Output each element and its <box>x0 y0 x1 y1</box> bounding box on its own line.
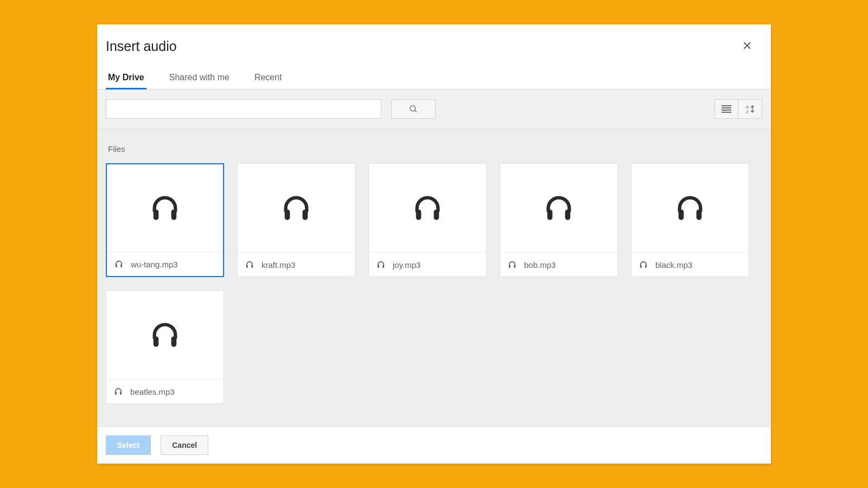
file-thumbnail <box>238 164 355 253</box>
close-icon: ✕ <box>742 39 752 53</box>
headphones-icon <box>280 192 312 224</box>
file-browser: Files wu-tang.mp3 kraft.mp3 <box>97 129 771 426</box>
svg-rect-16 <box>416 209 422 220</box>
svg-rect-12 <box>285 209 290 220</box>
headphones-icon <box>543 192 575 224</box>
file-card[interactable]: beatles.mp3 <box>106 290 224 404</box>
svg-text:Z: Z <box>746 110 749 114</box>
svg-rect-2 <box>722 105 731 106</box>
list-view-icon <box>722 105 731 113</box>
svg-rect-13 <box>303 209 308 220</box>
audio-file-icon <box>114 387 123 396</box>
headphones-icon <box>149 319 181 351</box>
search-button[interactable] <box>391 99 436 119</box>
svg-line-1 <box>414 110 417 112</box>
file-thumbnail <box>500 164 617 253</box>
select-button[interactable]: Select <box>106 435 151 455</box>
svg-rect-31 <box>120 392 122 395</box>
dialog-footer: Select Cancel <box>97 426 771 464</box>
tab-my-drive[interactable]: My Drive <box>107 68 145 89</box>
sort-az-icon: A Z <box>745 104 755 114</box>
headphones-icon <box>412 192 443 224</box>
file-name: beatles.mp3 <box>130 387 175 396</box>
headphones-icon <box>674 192 706 224</box>
audio-file-icon <box>508 260 516 269</box>
svg-rect-23 <box>514 265 515 268</box>
svg-point-0 <box>410 106 416 111</box>
headphones-icon <box>149 192 181 224</box>
svg-rect-3 <box>722 107 731 108</box>
svg-rect-18 <box>378 265 379 268</box>
svg-rect-29 <box>171 336 177 346</box>
file-footer: wu-tang.mp3 <box>107 252 223 276</box>
file-footer: joy.mp3 <box>369 253 486 277</box>
file-grid: wu-tang.mp3 kraft.mp3 joy.mp3 <box>106 163 762 404</box>
svg-rect-28 <box>154 336 159 346</box>
svg-rect-27 <box>645 265 647 268</box>
audio-file-icon <box>114 260 123 268</box>
file-card[interactable]: wu-tang.mp3 <box>106 163 224 277</box>
search-icon <box>409 104 418 114</box>
cancel-button[interactable]: Cancel <box>161 435 208 455</box>
file-footer: black.mp3 <box>631 253 749 277</box>
file-card[interactable]: black.mp3 <box>631 163 749 277</box>
file-name: kraft.mp3 <box>261 260 296 269</box>
svg-rect-19 <box>382 265 384 268</box>
list-view-button[interactable] <box>714 99 738 119</box>
section-label-files: Files <box>108 144 762 153</box>
file-card[interactable]: kraft.mp3 <box>237 163 355 277</box>
tab-shared-with-me[interactable]: Shared with me <box>168 68 231 89</box>
svg-rect-20 <box>547 209 553 220</box>
audio-file-icon <box>376 260 385 269</box>
audio-file-icon <box>639 260 648 269</box>
audio-file-icon <box>245 260 254 269</box>
file-name: joy.mp3 <box>393 260 420 269</box>
search-input[interactable] <box>106 99 381 119</box>
insert-audio-dialog: Insert audio ✕ My Drive Shared with me R… <box>97 24 771 464</box>
svg-rect-14 <box>246 265 248 268</box>
svg-rect-10 <box>116 265 117 267</box>
svg-rect-25 <box>697 209 702 220</box>
file-name: black.mp3 <box>655 260 692 269</box>
svg-rect-26 <box>640 265 642 268</box>
file-thumbnail <box>106 291 224 380</box>
svg-rect-21 <box>565 209 571 220</box>
close-button[interactable]: ✕ <box>739 38 755 54</box>
file-footer: bob.mp3 <box>500 253 617 277</box>
svg-rect-11 <box>120 265 122 267</box>
file-footer: beatles.mp3 <box>106 380 224 403</box>
sort-button[interactable]: A Z <box>738 99 762 119</box>
file-thumbnail <box>369 164 486 253</box>
file-card[interactable]: joy.mp3 <box>368 163 487 277</box>
file-name: bob.mp3 <box>524 260 556 269</box>
svg-rect-15 <box>251 265 253 268</box>
dialog-title: Insert audio <box>106 38 177 54</box>
svg-rect-30 <box>115 392 117 395</box>
file-card[interactable]: bob.mp3 <box>500 163 618 277</box>
svg-rect-5 <box>722 112 731 113</box>
svg-rect-17 <box>434 209 439 220</box>
svg-text:A: A <box>746 105 749 110</box>
svg-rect-24 <box>679 209 684 220</box>
svg-rect-8 <box>154 209 159 220</box>
tab-bar: My Drive Shared with me Recent <box>106 68 755 89</box>
file-name: wu-tang.mp3 <box>131 260 178 269</box>
file-footer: kraft.mp3 <box>238 253 355 277</box>
dialog-header: Insert audio ✕ My Drive Shared with me R… <box>97 24 771 89</box>
svg-rect-4 <box>722 110 731 111</box>
tab-recent[interactable]: Recent <box>253 68 283 89</box>
file-thumbnail <box>631 164 749 253</box>
svg-rect-22 <box>509 265 510 268</box>
search-toolbar: A Z <box>97 89 771 129</box>
file-thumbnail <box>107 164 223 252</box>
svg-rect-9 <box>171 209 177 220</box>
